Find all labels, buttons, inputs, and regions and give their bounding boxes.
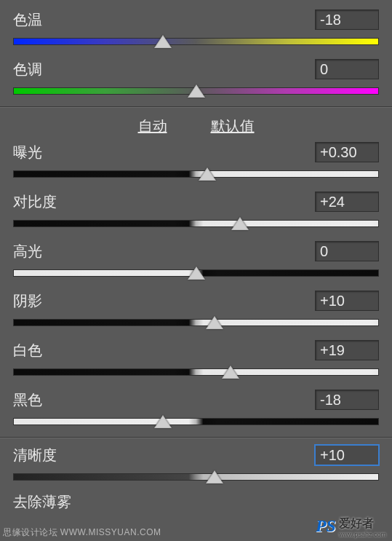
highlights-value[interactable] <box>315 241 379 261</box>
divider <box>0 106 392 108</box>
exposure-track <box>13 170 379 178</box>
blacks-slider[interactable] <box>13 412 379 433</box>
tint-thumb[interactable] <box>188 84 205 98</box>
default-button[interactable]: 默认值 <box>211 117 255 136</box>
highlights-thumb[interactable] <box>188 266 205 280</box>
contrast-value[interactable] <box>315 191 379 212</box>
contrast-track <box>13 220 379 227</box>
whites-label: 白色 <box>13 341 42 360</box>
shadows-track <box>13 319 379 326</box>
clarity-thumb[interactable] <box>206 470 223 483</box>
highlights-label: 高光 <box>13 242 42 261</box>
exposure-value[interactable] <box>315 142 379 162</box>
whites-thumb[interactable] <box>222 366 239 379</box>
whites-track <box>13 368 379 376</box>
temperature-label: 色温 <box>13 10 42 30</box>
watermark-left: 思缘设计论坛 WWW.MISSYUAN.COM <box>3 526 161 539</box>
tint-value[interactable] <box>315 59 379 79</box>
temperature-value[interactable] <box>315 9 379 30</box>
temperature-track <box>13 38 379 45</box>
shadows-value[interactable] <box>315 291 379 311</box>
divider <box>0 437 392 438</box>
ps-sub: www.psahz.com <box>339 532 386 538</box>
blacks-value[interactable] <box>315 390 379 410</box>
dehaze-label: 去除薄雾 <box>13 492 71 512</box>
shadows-slider[interactable] <box>13 313 379 333</box>
watermark-right: PS 爱好者 www.psahz.com <box>316 514 386 538</box>
highlights-slider[interactable] <box>13 264 379 284</box>
clarity-slider[interactable] <box>13 467 379 488</box>
tint-slider[interactable] <box>13 82 379 102</box>
clarity-label: 清晰度 <box>13 446 57 465</box>
ps-logo: PS <box>316 516 336 536</box>
exposure-slider[interactable] <box>13 165 379 185</box>
clarity-track <box>13 473 379 481</box>
contrast-thumb[interactable] <box>231 217 249 230</box>
blacks-track <box>13 418 379 425</box>
whites-slider[interactable] <box>13 363 379 383</box>
whites-value[interactable] <box>315 340 379 360</box>
blacks-label: 黑色 <box>13 390 42 410</box>
contrast-slider[interactable] <box>13 214 379 234</box>
clarity-value[interactable] <box>315 445 379 465</box>
contrast-label: 对比度 <box>13 192 57 212</box>
temperature-thumb[interactable] <box>154 35 172 48</box>
blacks-thumb[interactable] <box>154 415 172 428</box>
temperature-slider[interactable] <box>13 32 379 52</box>
auto-button[interactable]: 自动 <box>138 117 167 136</box>
ps-text: 爱好者 <box>339 517 374 529</box>
shadows-thumb[interactable] <box>206 316 223 329</box>
shadows-label: 阴影 <box>13 291 42 311</box>
exposure-thumb[interactable] <box>199 167 216 181</box>
tint-label: 色调 <box>13 60 42 79</box>
exposure-label: 曝光 <box>13 143 42 162</box>
